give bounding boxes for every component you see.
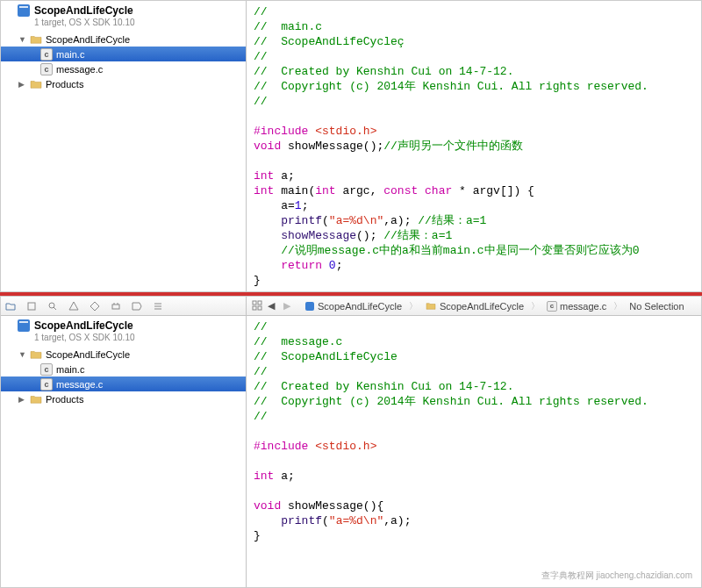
tree-folder-products[interactable]: ▶ Products xyxy=(1,76,246,91)
disclosure-triangle-icon[interactable]: ▼ xyxy=(18,350,29,359)
project-navigator: ScopeAndLifeCycle 1 target, OS X SDK 10.… xyxy=(1,1,247,291)
project-subtitle: 1 target, OS X SDK 10.10 xyxy=(17,333,240,342)
disclosure-triangle-icon[interactable]: ▼ xyxy=(18,35,29,44)
svg-rect-15 xyxy=(253,306,256,310)
project-header[interactable]: ScopeAndLifeCycle 1 target, OS X SDK 10.… xyxy=(1,316,246,345)
tree-file-main-c[interactable]: c main.c xyxy=(1,47,246,61)
top-pane: ScopeAndLifeCycle 1 target, OS X SDK 10.… xyxy=(0,0,702,292)
svg-rect-16 xyxy=(258,306,261,310)
related-items-icon[interactable] xyxy=(252,300,262,312)
svg-rect-5 xyxy=(112,305,119,309)
folder-icon xyxy=(29,348,43,361)
project-icon xyxy=(17,4,31,18)
tree-folder-products[interactable]: ▶ Products xyxy=(1,391,246,406)
svg-rect-14 xyxy=(258,301,261,305)
code-area[interactable]: // // main.c // ScopeAndLifeCycleç // //… xyxy=(247,1,701,291)
log-nav-icon[interactable] xyxy=(152,300,164,312)
file-label: message.c xyxy=(56,379,103,390)
file-tree: ▼ ScopeAndLifeCycle c main.c c message.c… xyxy=(1,30,246,93)
navigator-toolbar xyxy=(1,297,246,316)
test-nav-icon[interactable] xyxy=(89,300,101,312)
project-navigator: ScopeAndLifeCycle 1 target, OS X SDK 10.… xyxy=(1,297,247,587)
chevron-right-icon: 〉 xyxy=(529,300,541,312)
tree-folder-root[interactable]: ▼ ScopeAndLifeCycle xyxy=(1,32,246,47)
svg-rect-12 xyxy=(19,321,28,323)
jump-bar-folder[interactable]: ScopeAndLifeCycle xyxy=(419,301,529,312)
file-label: main.c xyxy=(56,364,84,375)
code-editor[interactable]: ◀ ▶ ScopeAndLifeCycle 〉 ScopeAndLifeCycl… xyxy=(247,297,701,587)
folder-icon xyxy=(29,393,43,405)
folder-icon xyxy=(29,33,43,46)
svg-rect-13 xyxy=(253,301,256,305)
tree-folder-root[interactable]: ▼ ScopeAndLifeCycle xyxy=(1,347,246,362)
breakpoint-nav-icon[interactable] xyxy=(131,300,143,312)
project-header[interactable]: ScopeAndLifeCycle 1 target, OS X SDK 10.… xyxy=(1,1,246,30)
c-file-icon: c xyxy=(39,48,54,61)
folder-icon xyxy=(29,78,43,90)
forward-button[interactable]: ▶ xyxy=(280,300,294,312)
c-file-icon: c xyxy=(39,363,54,376)
file-tree: ▼ ScopeAndLifeCycle c main.c c message.c… xyxy=(1,345,246,408)
tree-file-message-c[interactable]: c message.c xyxy=(1,61,246,76)
tree-file-message-c[interactable]: c message.c xyxy=(1,376,246,391)
jump-bar-selection[interactable]: No Selection xyxy=(624,301,689,312)
project-name: ScopeAndLifeCycle xyxy=(34,4,133,17)
issues-nav-icon[interactable] xyxy=(68,300,80,312)
back-button[interactable]: ◀ xyxy=(264,300,278,312)
search-nav-icon[interactable] xyxy=(47,300,59,312)
debug-nav-icon[interactable] xyxy=(110,300,122,312)
folder-nav-icon[interactable] xyxy=(4,300,17,312)
watermark: 查字典教程网 jiaocheng.chazidian.com xyxy=(539,569,695,583)
folder-label: Products xyxy=(46,79,83,90)
symbol-nav-icon[interactable] xyxy=(25,300,38,312)
tree-file-main-c[interactable]: c main.c xyxy=(1,362,246,376)
file-label: main.c xyxy=(56,49,84,60)
chevron-right-icon: 〉 xyxy=(407,300,419,312)
svg-rect-17 xyxy=(305,302,314,311)
folder-label: Products xyxy=(46,394,83,405)
jump-bar-project[interactable]: ScopeAndLifeCycle xyxy=(299,301,407,312)
jump-bar-file[interactable]: c message.c xyxy=(541,301,612,312)
folder-label: ScopeAndLifeCycle xyxy=(46,349,130,360)
svg-rect-2 xyxy=(28,303,35,310)
svg-line-4 xyxy=(54,307,56,310)
disclosure-triangle-icon[interactable]: ▶ xyxy=(18,80,29,89)
file-label: message.c xyxy=(56,64,103,75)
c-file-icon: c xyxy=(39,63,54,75)
chevron-right-icon: 〉 xyxy=(612,300,624,312)
bottom-pane: ScopeAndLifeCycle 1 target, OS X SDK 10.… xyxy=(0,296,702,588)
project-name: ScopeAndLifeCycle xyxy=(34,319,133,332)
jump-bar: ◀ ▶ ScopeAndLifeCycle 〉 ScopeAndLifeCycl… xyxy=(247,297,701,316)
folder-label: ScopeAndLifeCycle xyxy=(46,34,130,45)
svg-rect-1 xyxy=(19,6,28,8)
code-editor[interactable]: // // main.c // ScopeAndLifeCycleç // //… xyxy=(247,1,701,291)
disclosure-triangle-icon[interactable]: ▶ xyxy=(18,395,29,404)
project-icon xyxy=(17,319,31,333)
project-subtitle: 1 target, OS X SDK 10.10 xyxy=(17,18,240,27)
code-area[interactable]: // // message.c // ScopeAndLifeCycle // … xyxy=(247,316,701,587)
c-file-icon: c xyxy=(39,378,54,391)
